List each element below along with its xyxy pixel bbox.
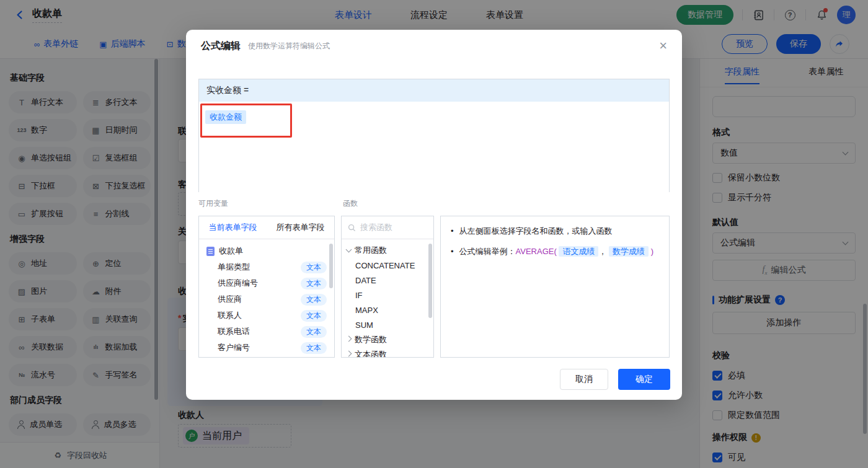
formula-target: 实收金额 =	[199, 79, 669, 102]
variable-联系人[interactable]: 联系人文本	[199, 307, 334, 324]
confirm-button[interactable]: 确定	[618, 369, 670, 390]
function-group-数学函数[interactable]: 数学函数	[342, 332, 433, 347]
example-chip: 数学成绩	[609, 246, 649, 257]
variable-root-收款单[interactable]: 收款单	[199, 243, 334, 259]
variable-联系电话[interactable]: 联系电话文本	[199, 324, 334, 340]
variables-panel: 当前表单字段所有表单字段 收款单单据类型文本供应商编号文本供应商文本联系人文本联…	[198, 216, 335, 358]
variable-name: 供应商	[218, 294, 242, 305]
chevron-right-icon	[346, 336, 352, 342]
annotation-rectangle	[200, 104, 292, 138]
variable-name: 单据类型	[218, 262, 250, 273]
variables-tab-当前表单字段[interactable]: 当前表单字段	[199, 222, 267, 233]
close-icon[interactable]: ×	[659, 39, 667, 53]
cancel-button[interactable]: 取消	[560, 369, 608, 390]
variables-label: 可用变量	[198, 198, 228, 209]
variable-name: 供应商编号	[218, 278, 258, 289]
chevron-right-icon	[346, 351, 352, 357]
formula-editor-area: 实收金额 = 收款金额	[198, 79, 670, 192]
formula-editor-modal: 公式编辑 使用数学运算符编辑公式 × 实收金额 = 收款金额 可用变量 当前表单…	[186, 30, 682, 400]
function-group-常用函数[interactable]: 常用函数	[342, 243, 433, 258]
variable-单据类型[interactable]: 单据类型文本	[199, 259, 334, 275]
bullet: •	[451, 225, 454, 237]
variable-客户编号[interactable]: 客户编号文本	[199, 340, 334, 356]
function-CONCATENATE[interactable]: CONCATENATE	[342, 258, 433, 273]
variable-name: 客户编号	[218, 342, 250, 353]
variable-type-badge: 文本	[301, 342, 327, 354]
functions-panel: 搜索函数 常用函数CONCATENATEDATEIFMAPXSUM数学函数文本函…	[341, 216, 434, 358]
function-group-label: 常用函数	[355, 245, 387, 256]
variable-root-label: 收款单	[219, 245, 243, 257]
function-search-input[interactable]: 搜索函数	[342, 216, 433, 239]
variable-name: 联系电话	[218, 326, 250, 337]
form-doc-icon	[206, 247, 215, 256]
variable-name: 联系人	[218, 310, 242, 321]
function-SUM[interactable]: SUM	[342, 317, 433, 332]
variable-供应商编号[interactable]: 供应商编号文本	[199, 275, 334, 291]
bullet: •	[451, 245, 454, 258]
functions-label: 函数	[343, 198, 358, 209]
modal-subtitle: 使用数学运算符编辑公式	[248, 41, 330, 51]
function-MAPX[interactable]: MAPX	[342, 302, 433, 317]
variable-type-badge: 文本	[301, 294, 327, 306]
variable-type-badge: 文本	[301, 326, 327, 338]
functions-scrollbar[interactable]	[428, 244, 432, 318]
variables-scrollbar[interactable]	[329, 244, 333, 288]
example-chip: 语文成绩	[559, 246, 598, 257]
hint-line-2: 公式编辑举例：AVERAGE( 语文成绩， 数学成绩 )	[459, 245, 653, 258]
formula-input-area[interactable]: 收款金额	[199, 102, 669, 192]
variable-type-badge: 文本	[301, 262, 327, 273]
function-group-文本函数[interactable]: 文本函数	[342, 347, 433, 358]
function-DATE[interactable]: DATE	[342, 273, 433, 288]
variable-type-badge: 文本	[301, 310, 327, 322]
function-group-label: 数学函数	[355, 334, 387, 345]
variable-type-badge: 文本	[301, 278, 327, 289]
hint-line-1: 从左侧面板选择字段名和函数，或输入函数	[459, 225, 613, 237]
variables-tab-所有表单字段[interactable]: 所有表单字段	[267, 222, 334, 233]
search-placeholder: 搜索函数	[360, 222, 392, 233]
search-icon	[348, 224, 356, 232]
chevron-down-icon	[346, 247, 352, 253]
variable-供应商[interactable]: 供应商文本	[199, 291, 334, 307]
hint-panel: • 从左侧面板选择字段名和函数，或输入函数 • 公式编辑举例：AVERAGE( …	[440, 216, 670, 358]
function-group-label: 文本函数	[355, 349, 387, 358]
modal-title: 公式编辑	[201, 40, 241, 53]
function-IF[interactable]: IF	[342, 288, 433, 302]
